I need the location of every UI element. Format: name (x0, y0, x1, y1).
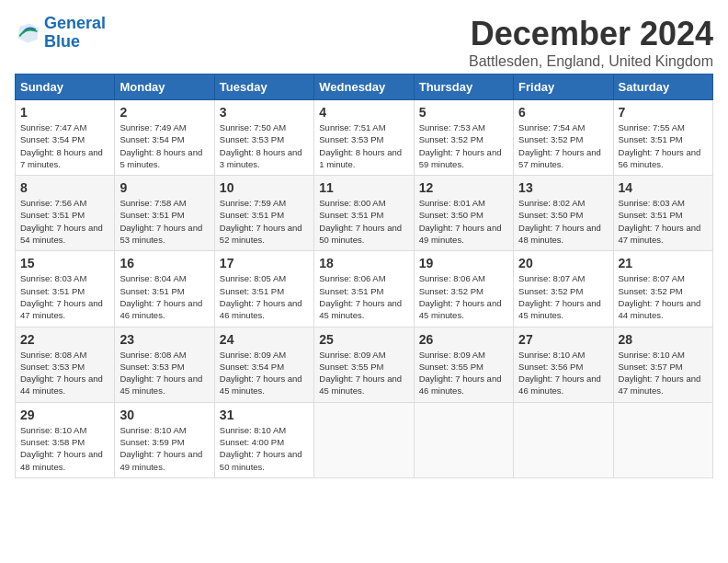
week-row-5: 29 Sunrise: 8:10 AMSunset: 3:58 PMDaylig… (16, 402, 713, 477)
day-cell: 20 Sunrise: 8:07 AMSunset: 3:52 PMDaylig… (514, 251, 613, 327)
day-cell (613, 402, 712, 477)
day-number: 21 (619, 256, 708, 270)
weekday-header-row: SundayMondayTuesdayWednesdayThursdayFrid… (16, 75, 713, 100)
day-info: Sunrise: 8:10 AMSunset: 4:00 PMDaylight:… (220, 424, 309, 473)
day-number: 14 (619, 180, 708, 195)
day-number: 1 (20, 105, 109, 120)
day-info: Sunrise: 8:03 AMSunset: 3:51 PMDaylight:… (619, 197, 708, 246)
day-info: Sunrise: 8:04 AMSunset: 3:51 PMDaylight:… (119, 272, 209, 321)
day-number: 19 (419, 256, 508, 270)
day-cell: 15 Sunrise: 8:03 AMSunset: 3:51 PMDaylig… (16, 251, 115, 327)
day-info: Sunrise: 8:10 AMSunset: 3:58 PMDaylight:… (20, 424, 109, 473)
day-number: 5 (419, 105, 508, 120)
week-row-3: 15 Sunrise: 8:03 AMSunset: 3:51 PMDaylig… (16, 251, 713, 327)
title-area: December 2024 Battlesden, England, Unite… (469, 15, 713, 70)
day-cell: 7 Sunrise: 7:55 AMSunset: 3:51 PMDayligh… (613, 100, 712, 176)
day-cell: 5 Sunrise: 7:53 AMSunset: 3:52 PMDayligh… (414, 100, 513, 176)
day-cell: 6 Sunrise: 7:54 AMSunset: 3:52 PMDayligh… (514, 100, 613, 176)
day-number: 22 (20, 332, 109, 347)
day-number: 16 (119, 256, 209, 270)
day-cell: 9 Sunrise: 7:58 AMSunset: 3:51 PMDayligh… (115, 176, 214, 251)
weekday-header-monday: Monday (115, 75, 214, 100)
day-number: 9 (119, 180, 209, 195)
day-cell: 17 Sunrise: 8:05 AMSunset: 3:51 PMDaylig… (214, 251, 313, 327)
day-cell: 8 Sunrise: 7:56 AMSunset: 3:51 PMDayligh… (16, 176, 115, 251)
day-info: Sunrise: 8:02 AMSunset: 3:50 PMDaylight:… (518, 197, 608, 246)
day-number: 12 (419, 180, 508, 195)
day-info: Sunrise: 8:00 AMSunset: 3:51 PMDaylight:… (319, 197, 408, 246)
day-cell: 16 Sunrise: 8:04 AMSunset: 3:51 PMDaylig… (115, 251, 214, 327)
day-number: 10 (220, 180, 309, 195)
day-number: 18 (319, 256, 408, 270)
day-number: 27 (518, 332, 608, 347)
weekday-header-saturday: Saturday (613, 75, 712, 100)
day-cell: 30 Sunrise: 8:10 AMSunset: 3:59 PMDaylig… (115, 402, 214, 477)
week-row-2: 8 Sunrise: 7:56 AMSunset: 3:51 PMDayligh… (16, 176, 713, 251)
day-cell: 11 Sunrise: 8:00 AMSunset: 3:51 PMDaylig… (314, 176, 414, 251)
day-cell: 1 Sunrise: 7:47 AMSunset: 3:54 PMDayligh… (16, 100, 115, 176)
day-info: Sunrise: 7:55 AMSunset: 3:51 PMDaylight:… (619, 121, 708, 170)
day-cell (314, 402, 414, 477)
day-cell: 13 Sunrise: 8:02 AMSunset: 3:50 PMDaylig… (514, 176, 613, 251)
subtitle: Battlesden, England, United Kingdom (469, 53, 713, 70)
day-info: Sunrise: 8:08 AMSunset: 3:53 PMDaylight:… (20, 349, 109, 397)
day-cell: 14 Sunrise: 8:03 AMSunset: 3:51 PMDaylig… (613, 176, 712, 251)
day-number: 30 (119, 408, 209, 422)
day-number: 26 (419, 332, 508, 347)
day-info: Sunrise: 7:47 AMSunset: 3:54 PMDaylight:… (20, 121, 109, 170)
day-cell: 18 Sunrise: 8:06 AMSunset: 3:51 PMDaylig… (314, 251, 414, 327)
header: General Blue December 2024 Battlesden, E… (15, 15, 713, 70)
day-number: 4 (319, 105, 408, 120)
day-info: Sunrise: 7:58 AMSunset: 3:51 PMDaylight:… (119, 197, 209, 246)
month-title: December 2024 (469, 15, 713, 53)
day-number: 20 (518, 256, 608, 270)
calendar-table: SundayMondayTuesdayWednesdayThursdayFrid… (15, 74, 713, 478)
day-cell: 29 Sunrise: 8:10 AMSunset: 3:58 PMDaylig… (16, 402, 115, 477)
day-cell: 27 Sunrise: 8:10 AMSunset: 3:56 PMDaylig… (514, 327, 613, 402)
day-cell: 3 Sunrise: 7:50 AMSunset: 3:53 PMDayligh… (214, 100, 313, 176)
logo-blue: Blue (44, 32, 80, 51)
day-cell: 22 Sunrise: 8:08 AMSunset: 3:53 PMDaylig… (16, 327, 115, 402)
day-cell: 12 Sunrise: 8:01 AMSunset: 3:50 PMDaylig… (414, 176, 513, 251)
day-info: Sunrise: 7:56 AMSunset: 3:51 PMDaylight:… (20, 197, 109, 246)
day-number: 8 (20, 180, 109, 195)
day-number: 24 (220, 332, 309, 347)
day-info: Sunrise: 8:07 AMSunset: 3:52 PMDaylight:… (518, 272, 608, 321)
day-number: 28 (619, 332, 708, 347)
weekday-header-sunday: Sunday (16, 75, 115, 100)
day-cell: 31 Sunrise: 8:10 AMSunset: 4:00 PMDaylig… (214, 402, 313, 477)
day-number: 6 (518, 105, 608, 120)
day-info: Sunrise: 8:10 AMSunset: 3:59 PMDaylight:… (119, 424, 209, 473)
day-info: Sunrise: 8:08 AMSunset: 3:53 PMDaylight:… (119, 349, 209, 397)
week-row-1: 1 Sunrise: 7:47 AMSunset: 3:54 PMDayligh… (16, 100, 713, 176)
day-number: 2 (119, 105, 209, 120)
day-info: Sunrise: 7:50 AMSunset: 3:53 PMDaylight:… (220, 121, 309, 170)
day-info: Sunrise: 8:10 AMSunset: 3:57 PMDaylight:… (619, 349, 708, 397)
logo-general: General (44, 14, 106, 32)
weekday-header-thursday: Thursday (414, 75, 513, 100)
day-info: Sunrise: 8:03 AMSunset: 3:51 PMDaylight:… (20, 272, 109, 321)
day-cell: 19 Sunrise: 8:06 AMSunset: 3:52 PMDaylig… (414, 251, 513, 327)
weekday-header-friday: Friday (514, 75, 613, 100)
day-number: 3 (220, 105, 309, 120)
day-cell: 24 Sunrise: 8:09 AMSunset: 3:54 PMDaylig… (214, 327, 313, 402)
day-info: Sunrise: 8:01 AMSunset: 3:50 PMDaylight:… (419, 197, 508, 246)
day-number: 31 (220, 408, 309, 422)
day-cell: 2 Sunrise: 7:49 AMSunset: 3:54 PMDayligh… (115, 100, 214, 176)
day-cell (414, 402, 513, 477)
day-info: Sunrise: 8:09 AMSunset: 3:55 PMDaylight:… (419, 349, 508, 397)
day-number: 23 (119, 332, 209, 347)
day-cell: 28 Sunrise: 8:10 AMSunset: 3:57 PMDaylig… (613, 327, 712, 402)
logo-text: General Blue (44, 15, 106, 52)
day-cell: 25 Sunrise: 8:09 AMSunset: 3:55 PMDaylig… (314, 327, 414, 402)
day-info: Sunrise: 8:06 AMSunset: 3:51 PMDaylight:… (319, 272, 408, 321)
day-cell: 21 Sunrise: 8:07 AMSunset: 3:52 PMDaylig… (613, 251, 712, 327)
day-number: 15 (20, 256, 109, 270)
day-cell: 4 Sunrise: 7:51 AMSunset: 3:53 PMDayligh… (314, 100, 414, 176)
day-cell (514, 402, 613, 477)
day-number: 29 (20, 408, 109, 422)
day-number: 7 (619, 105, 708, 120)
day-info: Sunrise: 7:49 AMSunset: 3:54 PMDaylight:… (119, 121, 209, 170)
weekday-header-wednesday: Wednesday (314, 75, 414, 100)
day-info: Sunrise: 8:07 AMSunset: 3:52 PMDaylight:… (619, 272, 708, 321)
